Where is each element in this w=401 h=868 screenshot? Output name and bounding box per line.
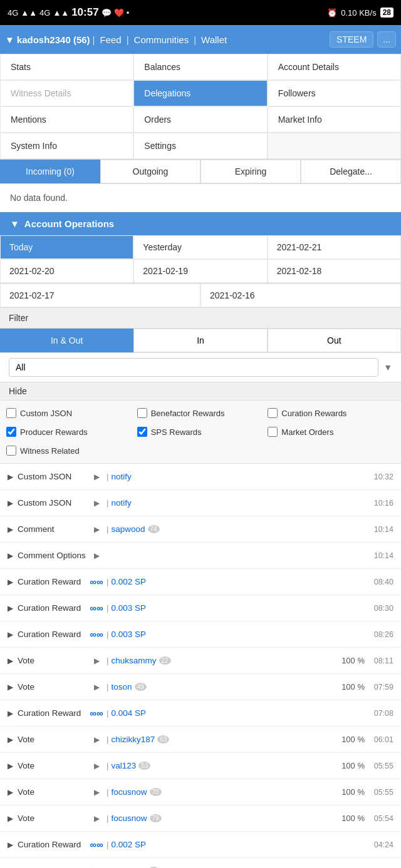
checkbox-sps-rewards[interactable]: SPS Rewards [137, 424, 264, 439]
menu-item-system-info[interactable]: System Info [0, 133, 133, 159]
operation-time: 10:16 [368, 499, 393, 508]
user-link: val123 [112, 761, 137, 770]
vote-percent: 100 % [333, 656, 365, 665]
table-row[interactable]: ▶Vote▶| toson49100 %07:59 [0, 674, 401, 700]
communities-link[interactable]: Communities [129, 34, 194, 45]
row-expand-icon[interactable]: ▶ [8, 735, 14, 744]
tab-outgoing[interactable]: Outgoing [100, 160, 200, 183]
table-row[interactable]: ▶Vote▶| focusnow79100 %05:54 [0, 805, 401, 832]
table-row[interactable]: ▶Vote▶| val12353100 %05:55 [0, 753, 401, 779]
operation-detail: | 0.004 SP [107, 708, 365, 718]
row-expand-icon[interactable]: ▶ [8, 814, 14, 823]
steem-icon: ∞∞ [90, 603, 103, 613]
checkbox-label: Producer Rewards [20, 427, 88, 437]
table-row[interactable]: ▶Vote▶| chuksammy22100 %08:11 [0, 648, 401, 674]
row-expand-icon[interactable]: ▶ [8, 578, 14, 586]
menu-item-balances[interactable]: Balances [133, 54, 267, 80]
checkbox-input-curation-rewards[interactable] [268, 408, 278, 418]
checkbox-custom-json[interactable]: Custom JSON [6, 406, 133, 421]
checkbox-curation-rewards[interactable]: Curation Rewards [268, 406, 395, 421]
dates-grid[interactable]: Today Yesterday 2021-02-21 2021-02-20 20… [0, 235, 401, 283]
wallet-link[interactable]: Wallet [196, 34, 232, 45]
table-row[interactable]: ▶Custom JSON▶| notify10:32 [0, 464, 401, 490]
table-row[interactable]: ▶Curation Reward∞∞| 0.002 SP04:24 [0, 832, 401, 858]
user-link: notify [112, 498, 132, 508]
menu-item-orders[interactable]: Orders [133, 106, 267, 133]
table-row[interactable]: ▶Curation Reward∞∞| 0.004 SP07:08 [0, 700, 401, 727]
menu-item-market-info[interactable]: Market Info [268, 106, 401, 133]
row-expand-icon[interactable]: ▶ [8, 762, 14, 770]
menu-item-witness-details[interactable]: Witness Details [0, 80, 133, 106]
user-link: focusnow [112, 787, 147, 797]
date-2021-02-16[interactable]: 2021-02-16 [200, 283, 401, 307]
row-expand-icon[interactable]: ▶ [8, 709, 14, 718]
filter-tab-in[interactable]: In [133, 329, 267, 352]
filter-tab-out[interactable]: Out [268, 329, 401, 352]
play-icon: ▶ [90, 735, 103, 744]
section-arrow-icon: ▼ [10, 218, 19, 229]
steem-icon: ∞∞ [90, 708, 103, 718]
menu-item-settings[interactable]: Settings [133, 133, 267, 159]
date-today[interactable]: Today [0, 235, 133, 259]
checkbox-producer-rewards[interactable]: Producer Rewards [6, 424, 133, 439]
table-row[interactable]: ▶Vote Post▶| sapwood7457 %0.13 $01:17 [0, 858, 401, 868]
menu-item-followers[interactable]: Followers [268, 80, 401, 106]
steem-icon: ∞∞ [90, 576, 103, 587]
nav-brand[interactable]: ▼ kadosh2340 (56) [5, 34, 90, 45]
operation-detail: | val12353 [107, 761, 330, 770]
menu-item-mentions[interactable]: Mentions [0, 106, 133, 133]
dates-row2[interactable]: 2021-02-17 2021-02-16 [0, 283, 401, 308]
filter-dropdown[interactable]: All [9, 358, 378, 377]
checkbox-market-orders[interactable]: Market Orders [268, 424, 395, 439]
date-yesterday[interactable]: Yesterday [133, 235, 267, 259]
checkbox-input-sps-rewards[interactable] [137, 427, 147, 437]
table-row[interactable]: ▶Comment▶| sapwood7410:14 [0, 516, 401, 543]
checkbox-benefactor-rewards[interactable]: Benefactor Rewards [137, 406, 264, 421]
date-2021-02-21[interactable]: 2021-02-21 [268, 235, 401, 259]
table-row[interactable]: ▶Curation Reward∞∞| 0.003 SP08:30 [0, 595, 401, 621]
filter-label: Filter [0, 308, 401, 329]
table-row[interactable]: ▶Vote▶| focusnow70100 %05:55 [0, 779, 401, 805]
vote-percent: 100 % [333, 682, 365, 692]
battery-display: 28 [380, 8, 393, 18]
date-2021-02-19[interactable]: 2021-02-19 [133, 259, 267, 283]
date-2021-02-20[interactable]: 2021-02-20 [0, 259, 133, 283]
row-expand-icon[interactable]: ▶ [8, 472, 14, 481]
row-expand-icon[interactable]: ▶ [8, 840, 14, 849]
menu-item-account-details[interactable]: Account Details [268, 54, 401, 80]
date-2021-02-17[interactable]: 2021-02-17 [0, 283, 200, 307]
steem-button[interactable]: STEEM [330, 31, 373, 48]
menu-item-delegations[interactable]: Delegations [133, 80, 267, 106]
row-expand-icon[interactable]: ▶ [8, 551, 14, 560]
checkbox-input-market-orders[interactable] [268, 427, 278, 437]
row-expand-icon[interactable]: ▶ [8, 604, 14, 613]
table-row[interactable]: ▶Vote▶| chizikky18763100 %06:01 [0, 727, 401, 753]
table-row[interactable]: ▶Comment Options▶10:14 [0, 543, 401, 569]
pipe-separator: | [107, 577, 109, 586]
table-row[interactable]: ▶Curation Reward∞∞| 0.003 SP08:26 [0, 621, 401, 648]
row-expand-icon[interactable]: ▶ [8, 656, 14, 665]
row-expand-icon[interactable]: ▶ [8, 683, 14, 692]
row-expand-icon[interactable]: ▶ [8, 788, 14, 797]
row-expand-icon[interactable]: ▶ [8, 499, 14, 508]
feed-link[interactable]: Feed [95, 34, 127, 45]
operation-detail: | notify [107, 498, 365, 508]
operation-detail: | notify [107, 472, 365, 481]
table-row[interactable]: ▶Curation Reward∞∞| 0.002 SP08:40 [0, 569, 401, 595]
checkbox-input-witness-related[interactable] [6, 446, 16, 456]
table-row[interactable]: ▶Custom JSON▶| notify10:16 [0, 490, 401, 516]
tab-expiring[interactable]: Expiring [200, 160, 301, 183]
filter-tab-in---out[interactable]: In & Out [0, 329, 133, 352]
dropdown-arrow-icon: ▼ [383, 362, 392, 372]
menu-item-stats[interactable]: Stats [0, 54, 133, 80]
date-2021-02-18[interactable]: 2021-02-18 [268, 259, 401, 283]
more-button[interactable]: ... [377, 31, 396, 48]
row-expand-icon[interactable]: ▶ [8, 525, 14, 534]
checkbox-input-custom-json[interactable] [6, 408, 16, 418]
tab-incoming--0-[interactable]: Incoming (0) [0, 160, 100, 183]
checkbox-input-benefactor-rewards[interactable] [137, 408, 147, 418]
checkbox-witness-related[interactable]: Witness Related [6, 443, 133, 458]
tab-delegate---[interactable]: Delegate... [301, 160, 401, 183]
checkbox-input-producer-rewards[interactable] [6, 427, 16, 437]
row-expand-icon[interactable]: ▶ [8, 630, 14, 639]
